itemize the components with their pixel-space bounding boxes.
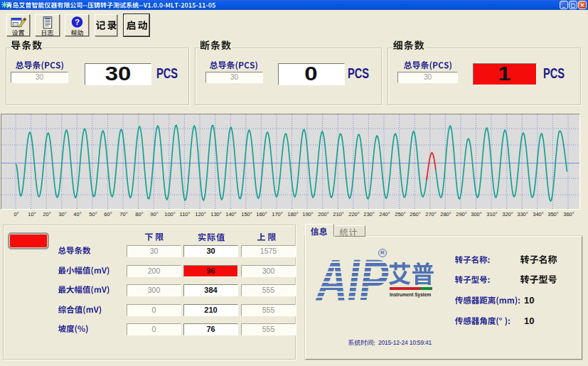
svg-text:?: ?	[75, 18, 80, 26]
svg-text:AIP: AIP	[315, 253, 389, 304]
